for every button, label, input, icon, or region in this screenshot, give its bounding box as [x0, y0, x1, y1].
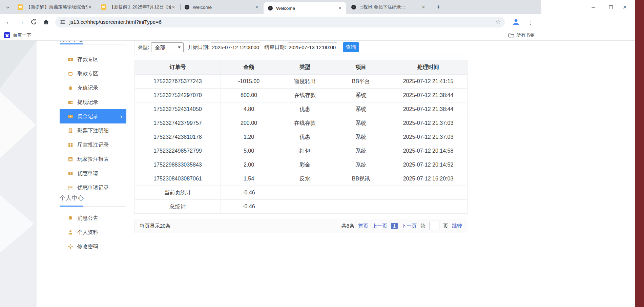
table-row: 17522988330358432.00彩金系统2025-07-12 20:14…: [135, 158, 468, 172]
cell-amount: -0.46: [221, 200, 277, 214]
sidebar-item-profile[interactable]: 个人资料: [60, 225, 126, 239]
column-header: 金额: [221, 60, 277, 75]
next-page-link[interactable]: 下一页: [401, 223, 417, 229]
cell-type: 额度转出: [277, 75, 333, 89]
cell-type: 红包: [277, 144, 333, 158]
tab-close-icon[interactable]: ×: [87, 4, 93, 10]
minimize-button[interactable]: ─: [586, 0, 600, 14]
browser-menu-icon[interactable]: ⋮: [526, 17, 534, 27]
sidebar-item-hall-bet-records[interactable]: 厅室投注记录: [60, 138, 126, 152]
back-icon[interactable]: ←: [4, 17, 14, 27]
tab-title: :::视讯 会员下注纪录:::: [359, 4, 421, 10]
end-date-input[interactable]: [288, 42, 337, 52]
browser-tab[interactable]: 【新提醒】2025年7月12日【全 ×: [97, 0, 180, 14]
report-icon: [68, 156, 73, 162]
pagination-bar: 每页显示20条 共8条 首页 上一页 1 下一页 第 页 跳转: [134, 219, 467, 233]
end-date-label: 结束日期:: [264, 44, 286, 51]
cell-label: 当前页统计: [135, 186, 221, 200]
bookmark-star-icon[interactable]: ☆: [496, 17, 501, 27]
browser-tab[interactable]: Welcome ×: [180, 0, 263, 14]
cell-time: 2025-07-12 21:38:44: [389, 102, 468, 116]
page-jump-input[interactable]: [429, 222, 439, 230]
sidebar-item-withdraw-zone[interactable]: 取款专区: [60, 66, 126, 81]
jump-label-pre: 第: [420, 223, 425, 229]
tab-close-icon[interactable]: ×: [171, 4, 176, 10]
browser-tab[interactable]: 【新提醒】海燕策略论坛综合交 ×: [14, 0, 96, 14]
tab-search-chevron-icon[interactable]: [4, 4, 12, 11]
tab-close-icon[interactable]: ×: [254, 4, 259, 10]
refresh-icon[interactable]: [30, 19, 37, 25]
start-date-input[interactable]: [211, 42, 260, 52]
maximize-button[interactable]: [604, 0, 618, 14]
current-page[interactable]: 1: [391, 223, 398, 229]
background-window-edge: ─ ×: [541, 0, 635, 14]
gear-icon: [68, 244, 73, 249]
all-bookmarks-button[interactable]: 所有书签: [507, 30, 535, 41]
cell-time: 2025-07-12 20:14:52: [389, 158, 468, 172]
sidebar-item-label: 厅室投注记录: [77, 141, 109, 149]
banknote-icon: [68, 57, 73, 62]
prev-page-link[interactable]: 上一页: [372, 223, 387, 229]
new-tab-button[interactable]: +: [434, 3, 442, 11]
forward-icon[interactable]: →: [16, 17, 26, 27]
table-row: 1752327675377243-1015.00额度转出BB平台2025-07-…: [135, 75, 468, 89]
document-icon: [68, 128, 73, 133]
sidebar-item-player-bet-report[interactable]: 玩家投注报表: [60, 152, 126, 166]
cell-amount: 4.80: [221, 102, 277, 116]
sidebar-item-label: 玩家投注报表: [77, 156, 109, 163]
address-bar[interactable]: js13.cc/hhcp/usercenter.html?iniType=6 ☆: [55, 17, 505, 27]
bell-icon: [68, 215, 73, 221]
profile-avatar-icon[interactable]: [512, 18, 520, 26]
cell-project: 系统: [333, 158, 389, 172]
tab-close-icon[interactable]: ×: [337, 5, 343, 11]
sidebar-item-recharge-records[interactable]: 充值记录: [60, 81, 126, 95]
sidebar-item-label: 提现记录: [77, 99, 98, 106]
per-page-text: 每页显示20条: [140, 223, 171, 229]
cell-project: BB平台: [333, 75, 389, 89]
table-row: 17523224985727995.00红包系统2025-07-12 20:14…: [135, 144, 468, 158]
sidebar-item-withdrawal-records[interactable]: 提现记录: [60, 95, 126, 109]
table-row: 1752327524297070800.00在线存款系统2025-07-12 2…: [135, 89, 468, 102]
cell-type: 彩金: [277, 158, 333, 172]
sidebar-item-promo-apply-records[interactable]: 优惠申请记录: [60, 180, 126, 195]
browser-tab[interactable]: :::视讯 会员下注纪录::: ×: [347, 0, 430, 14]
cell-time: 2025-07-12 20:14:58: [389, 144, 468, 158]
sidebar-item-label: 修改密码: [77, 243, 98, 250]
cell-label: 总统计: [135, 200, 221, 214]
sidebar-item-promo-apply[interactable]: 优惠申请: [60, 166, 126, 180]
browser-tab-active[interactable]: Welcome ×: [264, 2, 346, 14]
background-decoration: [0, 41, 37, 307]
query-button[interactable]: 查询: [343, 42, 359, 52]
sidebar-item-announcements[interactable]: 消息公告: [60, 211, 126, 225]
heading-accent-bar: [60, 43, 83, 44]
table-row: 17523275243140504.80优惠系统2025-07-12 21:38…: [135, 102, 468, 116]
home-icon[interactable]: [43, 19, 49, 25]
sidebar-item-change-password[interactable]: 修改密码: [60, 239, 126, 254]
funds-icon: [68, 114, 73, 119]
ticket-icon: [68, 171, 73, 176]
first-page-link[interactable]: 首页: [358, 223, 368, 229]
filter-bar: 类型: 全部 开始日期: 结束日期: 查询: [134, 41, 467, 55]
page-viewport: 财务中心 存款专区 取款专区 充值记录 提现记录 资金记录: [0, 41, 635, 307]
sidebar-item-deposit-zone[interactable]: 存款专区: [60, 52, 126, 66]
heading-accent-bar: [60, 206, 83, 207]
cell-amount: 200.00: [221, 116, 277, 130]
cell-order-no: 1752327675377243: [135, 75, 221, 89]
sidebar-heading-finance: 财务中心: [60, 41, 84, 43]
funds-table: 订单号 金额 类型 项目 处理时间 1752327675377243-1015.…: [134, 60, 468, 214]
sidebar-item-lottery-bet-details[interactable]: 彩票下注明细: [60, 123, 126, 138]
tab-close-icon[interactable]: ×: [421, 4, 426, 10]
baidu-favicon-icon: [4, 32, 10, 38]
bookmark-baidu[interactable]: 百度一下: [3, 30, 31, 41]
cell-time: 2025-07-12 21:38:44: [389, 89, 468, 102]
close-button[interactable]: ×: [618, 0, 631, 14]
type-select[interactable]: 全部: [151, 42, 184, 52]
site-settings-icon[interactable]: [60, 19, 65, 25]
folder-icon: [508, 32, 514, 38]
forum-favicon-icon: [101, 4, 106, 10]
sidebar-item-funds-records[interactable]: 资金记录 ›: [60, 109, 126, 123]
table-row: 17523274238101781.20优惠系统2025-07-12 21:37…: [135, 130, 468, 144]
sidebar-item-label: 个人资料: [77, 229, 98, 236]
sidebar-item-label: 消息公告: [77, 215, 98, 222]
jump-link[interactable]: 跳转: [452, 223, 462, 229]
